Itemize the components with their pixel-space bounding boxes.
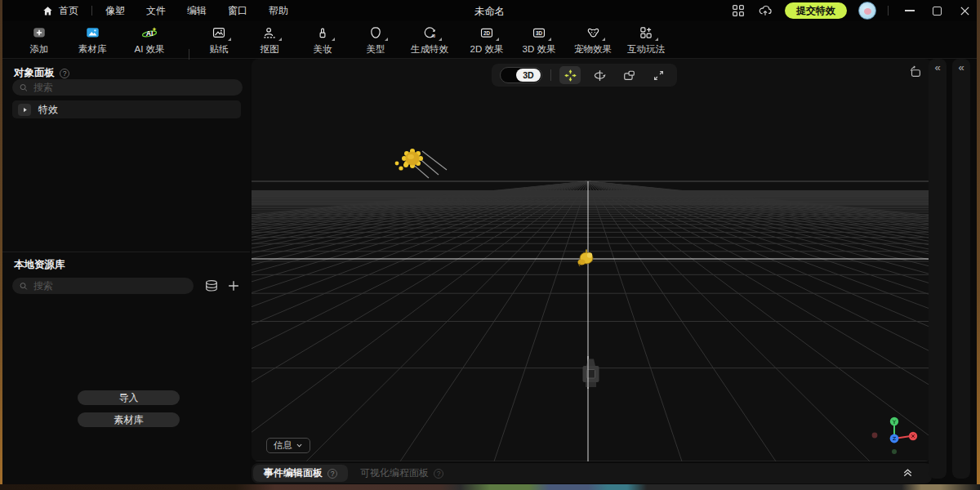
toolbar-makeup[interactable]: 美妆 — [296, 24, 349, 57]
collapsed-panel-preview[interactable]: « — [952, 59, 970, 479]
move-tool-button[interactable] — [559, 66, 581, 84]
dropdown-corner-icon — [439, 38, 442, 41]
move-tool-icon — [564, 69, 577, 82]
comet-flower-effect[interactable] — [395, 149, 447, 178]
help-icon[interactable]: ? — [434, 469, 443, 479]
expand-tool-icon — [652, 69, 666, 82]
ai-effects-icon: AI — [140, 24, 158, 41]
cloud-upload-icon[interactable] — [757, 3, 773, 18]
dropdown-corner-icon — [548, 38, 551, 41]
apps-grid-icon[interactable] — [731, 3, 746, 18]
toolbar-face-shape[interactable]: 美型 — [350, 24, 402, 57]
menu-file[interactable]: 文件 — [146, 4, 166, 18]
screen-rotate-icon — [908, 65, 923, 79]
avatar-graphic — [864, 8, 871, 15]
dropdown-corner-icon — [278, 38, 282, 41]
submit-effect-button[interactable]: 提交特效 — [785, 2, 847, 19]
lipstick-icon — [314, 25, 331, 40]
gizmo-neg-y[interactable] — [892, 449, 897, 454]
user-avatar[interactable] — [858, 2, 876, 20]
add-tile-icon — [31, 25, 47, 40]
add-resource-icon[interactable] — [226, 278, 241, 293]
3d-mode-toggle[interactable]: 3D — [500, 67, 542, 83]
scene-canvas — [252, 59, 932, 461]
tab-event-editor[interactable]: 事件编辑面板 ? — [253, 465, 348, 482]
orientation-gizmo[interactable] — [872, 417, 918, 454]
search-icon — [19, 281, 29, 292]
menu-window[interactable]: 窗口 — [228, 4, 247, 18]
expand-panel-button[interactable] — [902, 466, 914, 479]
toolbar-2d-effects[interactable]: 2D 2D 效果 — [457, 24, 516, 57]
search-icon — [19, 82, 29, 93]
ribbon-toolbar: 添加 素材库 AI AI 效果 贴纸 — [2, 21, 977, 59]
rotate-tool-icon — [593, 69, 607, 82]
help-icon[interactable]: ? — [327, 469, 337, 479]
search-input[interactable] — [33, 280, 187, 292]
desktop-taskbar-sliver — [0, 484, 980, 490]
gizmo-neg-x[interactable] — [872, 433, 878, 439]
close-button[interactable] — [960, 6, 970, 16]
layers-stack-icon[interactable] — [203, 278, 220, 294]
toolbar-sticker[interactable]: 贴纸 — [193, 24, 245, 57]
toolbar-3d-effects[interactable]: 3D 3D 效果 — [510, 24, 568, 57]
perspective-grid — [252, 181, 932, 461]
library-button[interactable]: 素材库 — [78, 412, 180, 427]
minimize-button[interactable] — [905, 10, 915, 11]
dropdown-corner-icon — [385, 38, 388, 41]
left-panel: 对象面板 ? 特效 本地资源库 — [2, 60, 250, 484]
home-button[interactable]: 首页 — [42, 4, 78, 18]
scale-tool-icon — [622, 69, 636, 82]
toolbar-divider — [550, 69, 551, 81]
home-label: 首页 — [59, 4, 78, 18]
svg-text:AI: AI — [431, 34, 435, 38]
maximize-button[interactable] — [933, 7, 942, 16]
titlebar: 首页 像塑 文件 编辑 窗口 帮助 未命名 提交特效 — [2, 0, 977, 21]
import-button[interactable]: 导入 — [78, 390, 180, 405]
scene-camera[interactable] — [583, 356, 599, 389]
titlebar-divider — [888, 6, 889, 16]
expand-tool-button[interactable] — [648, 66, 669, 84]
tab-visual-programming[interactable]: 可视化编程面板 ? — [350, 465, 454, 482]
panel-divider — [2, 252, 250, 252]
search-input[interactable] — [33, 82, 236, 93]
toolbar-material-library[interactable]: 素材库 — [66, 24, 118, 57]
collapsed-panel-inspector[interactable]: « — [929, 59, 947, 479]
origin-flower-object[interactable] — [578, 250, 594, 267]
sticker-icon — [211, 25, 227, 40]
toolbar-add[interactable]: 添加 — [13, 24, 65, 57]
info-dropdown-button[interactable]: 信息 — [266, 438, 310, 453]
chevron-down-icon — [296, 442, 303, 449]
viewport-3d[interactable]: 3D — [252, 59, 932, 461]
local-library-title: 本地资源库 — [14, 258, 65, 272]
help-icon[interactable]: ? — [60, 69, 69, 78]
toolbar-generate-effects[interactable]: AI 生成特效 — [399, 24, 461, 57]
toolbar-cutout[interactable]: 抠图 — [243, 24, 296, 57]
dropdown-corner-icon — [332, 38, 335, 41]
double-chevron-up-icon — [902, 466, 914, 479]
local-library-search[interactable] — [12, 278, 194, 294]
object-panel-search[interactable] — [12, 79, 243, 96]
collapse-left-icon: « — [929, 59, 947, 77]
rotate-tool-button[interactable] — [589, 66, 610, 84]
3d-mode-label: 3D — [516, 69, 541, 82]
viewport-toolbar: 3D — [492, 64, 677, 87]
svg-text:3D: 3D — [536, 30, 543, 36]
dropdown-corner-icon — [496, 38, 499, 41]
menu-xiangsu[interactable]: 像塑 — [105, 4, 125, 18]
app-window: 首页 像塑 文件 编辑 窗口 帮助 未命名 提交特效 — [2, 0, 977, 484]
screen-rotate-button[interactable] — [906, 63, 925, 81]
toolbar-ai-effects[interactable]: AI AI 效果 — [123, 24, 176, 57]
menu-divider — [91, 6, 92, 16]
svg-text:AI: AI — [146, 29, 154, 38]
dropdown-corner-icon — [655, 38, 658, 41]
person-cutout-icon — [261, 25, 278, 40]
tree-item-effect[interactable]: 特效 — [12, 100, 241, 118]
menu-edit[interactable]: 编辑 — [187, 4, 207, 18]
menu-help[interactable]: 帮助 — [269, 4, 288, 18]
dropdown-corner-icon — [228, 38, 231, 41]
toolbar-interactive-play[interactable]: 互动玩法 — [615, 24, 677, 57]
face-shape-icon — [368, 25, 384, 40]
2d-badge-icon: 2D — [479, 25, 495, 40]
expand-arrow-icon[interactable] — [18, 104, 31, 116]
scale-tool-button[interactable] — [618, 66, 639, 84]
